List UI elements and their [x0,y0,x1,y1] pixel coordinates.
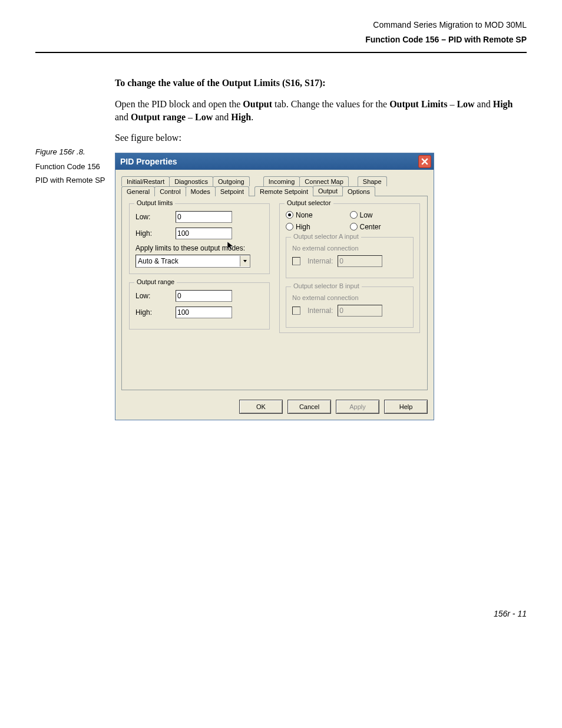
dialog-title: PID Properties [120,157,177,166]
dialog-buttons: OK Cancel Apply Help [115,396,434,420]
output-range-low-input[interactable] [176,290,232,302]
output-limits-legend: Output limits [134,199,175,206]
output-selector-legend: Output selector [285,199,333,206]
help-button[interactable]: Help [384,400,428,414]
output-limits-low-input[interactable] [176,211,232,223]
selector-b-internal-input [338,305,382,317]
tab-options[interactable]: Options [342,186,375,196]
selector-a-legend: Output selector A input [291,233,361,240]
radio-center[interactable]: Center [350,223,414,231]
output-range-high-label: High: [135,308,171,317]
close-icon [421,158,428,165]
output-limits-high-input[interactable] [176,228,232,239]
header-rule [35,52,527,53]
tab-row-2: General Control Modes Setpoint Remote Se… [121,186,428,196]
selector-a-group: Output selector A input No external conn… [286,237,414,278]
selector-a-internal-checkbox [292,257,300,265]
tab-incoming[interactable]: Incoming [263,176,300,186]
page-footer: 156r - 11 [35,609,527,618]
apply-button: Apply [336,400,379,414]
selector-b-noconn: No external connection [292,294,407,301]
dialog-titlebar[interactable]: PID Properties [115,153,434,170]
tab-control[interactable]: Control [154,186,186,196]
page-header: Command Series Migration to MOD 30ML Fun… [35,18,527,47]
figure-text-2: PID with Remote SP [35,176,115,185]
output-selector-group: Output selector None Low High Center Out… [279,203,420,333]
figure-number: Figure 156r .8. [35,147,115,156]
selector-a-internal-label: Internal: [308,257,333,265]
selector-b-internal-checkbox [292,307,300,315]
cursor-icon [226,241,236,250]
output-limits-low-label: Low: [135,213,171,221]
output-range-legend: Output range [134,278,177,285]
tab-general[interactable]: General [121,186,155,196]
cancel-button[interactable]: Cancel [287,400,331,414]
pid-properties-dialog: PID Properties Initial/Restart Diagnosti… [115,153,434,420]
figure-caption-sidebar: Figure 156r .8. Function Code 156 PID wi… [35,77,115,420]
selector-b-legend: Output selector B input [291,282,362,289]
chevron-down-icon [240,256,250,266]
apply-limits-combo-value: Auto & Track [138,257,178,265]
instruction-heading: To change the value of the Output Limits… [115,77,527,90]
tab-diagnostics[interactable]: Diagnostics [169,176,213,186]
selector-a-internal-input [338,255,382,267]
header-line-1: Command Series Migration to MOD 30ML [35,18,527,32]
output-range-high-input[interactable] [176,307,232,318]
selector-b-internal-label: Internal: [308,307,333,315]
ok-button[interactable]: OK [239,400,283,414]
tab-setpoint[interactable]: Setpoint [215,186,249,196]
tab-output[interactable]: Output [313,186,343,196]
selector-b-group: Output selector B input No external conn… [286,286,414,328]
figure-text-1: Function Code 156 [35,162,115,171]
tab-shape[interactable]: Shape [358,176,387,186]
apply-limits-combo[interactable]: Auto & Track [135,255,250,268]
tab-connect-map[interactable]: Connect Map [299,176,348,186]
output-range-low-label: Low: [135,292,171,300]
tab-row-1: Initial/Restart Diagnostics Outgoing Inc… [121,176,428,186]
instruction-paragraph: Open the PID block and open the Output t… [115,98,527,123]
tab-outgoing[interactable]: Outgoing [213,176,250,186]
header-line-2: Function Code 156 – PID with Remote SP [35,32,527,47]
tab-body-output: Output limits Low: High: [121,196,428,390]
output-limits-high-label: High: [135,229,171,238]
tab-modes[interactable]: Modes [186,186,216,196]
output-range-group: Output range Low: High: [129,282,270,330]
tab-initial-restart[interactable]: Initial/Restart [121,176,170,186]
radio-none[interactable]: None [286,211,350,219]
see-figure-text: See figure below: [115,131,527,144]
selector-a-noconn: No external connection [292,245,407,252]
radio-low[interactable]: Low [350,211,414,219]
tab-remote-setpoint[interactable]: Remote Setpoint [254,186,313,196]
radio-high[interactable]: High [286,223,350,231]
output-limits-group: Output limits Low: High: [129,203,270,274]
close-button[interactable] [418,155,431,168]
